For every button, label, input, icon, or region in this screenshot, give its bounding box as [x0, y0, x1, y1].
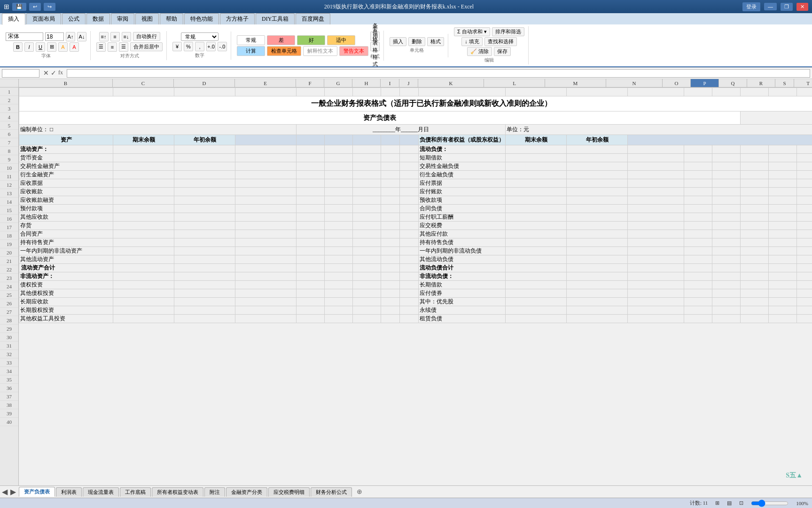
confirm-formula-icon[interactable]: ✓ — [51, 69, 56, 77]
format-cells-btn[interactable]: 格式 — [427, 37, 444, 46]
col-header-E[interactable]: E — [235, 79, 296, 87]
col-header-J[interactable]: J — [399, 79, 418, 87]
cell-period-end-9[interactable] — [113, 222, 174, 230]
cell-liab-end-11[interactable] — [506, 238, 567, 247]
zoom-slider[interactable] — [751, 500, 789, 507]
cell-liab-start-15[interactable] — [567, 272, 628, 281]
cell-1-J[interactable] — [400, 88, 419, 96]
name-box[interactable] — [2, 69, 39, 78]
col-header-R[interactable]: R — [747, 79, 775, 87]
cell-1-G[interactable] — [325, 88, 353, 96]
insert-cells-btn[interactable]: 插入 — [390, 37, 406, 46]
cell-liab-start-10[interactable] — [567, 230, 628, 238]
cell-left-19[interactable]: 长期股权投资 — [19, 306, 113, 315]
align-bot-btn[interactable]: ≡↓ — [122, 32, 131, 41]
col-header-S[interactable]: S — [775, 79, 794, 87]
auto-wrap-btn[interactable]: 自动换行 — [133, 32, 160, 41]
cell-liab-start-11[interactable] — [567, 238, 628, 247]
ribbon-tab-4[interactable]: 审阅 — [111, 13, 134, 24]
autosum-btn[interactable]: Σ 自动求和 ▾ — [454, 27, 490, 36]
cell-period-end-5[interactable] — [113, 188, 174, 196]
cell-year-start-3[interactable] — [174, 171, 235, 179]
col-header-H[interactable]: H — [352, 79, 381, 87]
cell-liab-end-5[interactable] — [506, 188, 567, 196]
cell-period-end-7[interactable] — [113, 205, 174, 213]
cell-year-start-1[interactable] — [174, 154, 235, 162]
cell-liab-end-9[interactable] — [506, 222, 567, 230]
sheet-tab-现金流量表[interactable]: 现金流量表 — [83, 487, 119, 497]
cell-liab-end-15[interactable] — [506, 272, 567, 281]
cell-period-end-8[interactable] — [113, 213, 174, 222]
cell-period-end-6[interactable] — [113, 196, 174, 205]
cell-left-12[interactable]: 一年内到期的非流动资产 — [19, 247, 113, 255]
cell-right-12[interactable]: 一年内到期的非流动负债 — [419, 247, 506, 255]
cell-period-end-0[interactable] — [113, 145, 174, 154]
cell-period-end-2[interactable] — [113, 162, 174, 171]
cell-period-end-1[interactable] — [113, 154, 174, 162]
cell-liab-start-1[interactable] — [567, 154, 628, 162]
ribbon-tab-1[interactable]: 页面布局 — [26, 13, 61, 24]
cell-liab-end-20[interactable] — [506, 315, 567, 323]
cell-year-start-9[interactable] — [174, 222, 235, 230]
cell-1-P[interactable] — [712, 88, 741, 96]
cell-year-start-16[interactable] — [174, 281, 235, 289]
cell-1-F[interactable] — [297, 88, 325, 96]
cell-right-5[interactable]: 应付账款 — [419, 188, 506, 196]
quick-save-btn[interactable]: 💾 — [12, 3, 26, 11]
col-header-D[interactable]: D — [174, 79, 235, 87]
font-color-btn[interactable]: A — [70, 42, 79, 52]
sheet-tab-金融资产分类[interactable]: 金融资产分类 — [226, 487, 267, 497]
number-format-select[interactable]: 常规 数值 货币 百分比 — [181, 32, 219, 41]
cell-liab-end-18[interactable] — [506, 298, 567, 306]
align-mid-btn[interactable]: ≡ — [110, 32, 120, 41]
sheet-tab-利润表[interactable]: 利润表 — [56, 487, 82, 497]
col-header-P[interactable]: P — [691, 79, 719, 87]
col-header-T[interactable]: T — [794, 79, 812, 87]
italic-btn[interactable]: I — [24, 42, 34, 52]
cell-liab-end-6[interactable] — [506, 196, 567, 205]
cell-right-9[interactable]: 应交税费 — [419, 222, 506, 230]
cell-right-7[interactable]: 合同负债 — [419, 205, 506, 213]
cell-right-8[interactable]: 应付职工薪酬 — [419, 213, 506, 222]
cell-liab-start-0[interactable] — [567, 145, 628, 154]
cell-liab-end-1[interactable] — [506, 154, 567, 162]
cell-right-3[interactable]: 衍生金融负债 — [419, 171, 506, 179]
cell-1-K[interactable] — [419, 88, 506, 96]
cell-period-end-11[interactable] — [113, 238, 174, 247]
style-explain[interactable]: 解释性文本 — [303, 46, 337, 56]
cell-liab-start-2[interactable] — [567, 162, 628, 171]
decimal-up-btn[interactable]: +.0 — [206, 42, 216, 51]
insert-function-icon[interactable]: fx — [58, 69, 63, 77]
cell-liab-start-14[interactable] — [567, 264, 628, 272]
style-bad[interactable]: 差 — [267, 35, 295, 45]
cell-liab-start-12[interactable] — [567, 247, 628, 255]
cell-right-11[interactable]: 持有待售负债 — [419, 238, 506, 247]
cell-left-0[interactable]: 流动资产： — [19, 145, 113, 154]
cell-liab-end-7[interactable] — [506, 205, 567, 213]
cell-right-0[interactable]: 流动负债： — [419, 145, 506, 154]
cell-left-14[interactable]: 流动资产合计 — [19, 264, 113, 272]
cell-year-start-12[interactable] — [174, 247, 235, 255]
minimize-btn[interactable]: — — [764, 3, 777, 10]
ribbon-tab-6[interactable]: 帮助 — [160, 13, 183, 24]
cell-period-end-16[interactable] — [113, 281, 174, 289]
cell-left-5[interactable]: 应收账款 — [19, 188, 113, 196]
cell-liab-start-9[interactable] — [567, 222, 628, 230]
view-layout-btn[interactable]: ▤ — [727, 500, 732, 506]
cell-liab-end-12[interactable] — [506, 247, 567, 255]
bold-btn[interactable]: B — [13, 42, 23, 52]
cell-left-20[interactable]: 其他权益工具投资 — [19, 315, 113, 323]
col-header-F[interactable]: F — [296, 79, 324, 87]
cell-year-start-4[interactable] — [174, 179, 235, 188]
cell-year-start-17[interactable] — [174, 289, 235, 298]
cell-liab-start-16[interactable] — [567, 281, 628, 289]
align-right-btn[interactable]: ☰ — [119, 42, 128, 52]
cell-year-start-0[interactable] — [174, 145, 235, 154]
formula-input[interactable] — [67, 69, 810, 78]
cell-1-O[interactable] — [684, 88, 712, 96]
font-size-input[interactable] — [45, 32, 64, 41]
col-header-B[interactable]: B — [19, 79, 113, 87]
font-size-down-btn[interactable]: A↓ — [77, 32, 86, 41]
cell-right-6[interactable]: 预收款项 — [419, 196, 506, 205]
ribbon-tab-9[interactable]: DIY工具箱 — [256, 13, 295, 24]
